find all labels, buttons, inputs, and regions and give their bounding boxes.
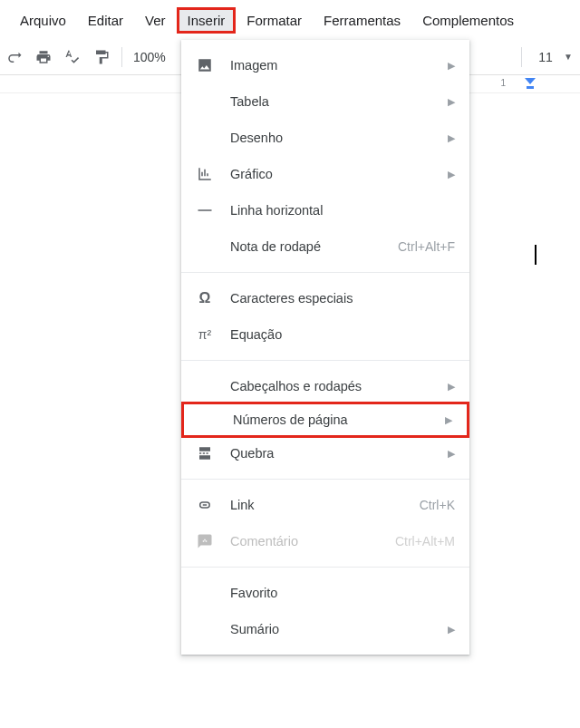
submenu-arrow-icon: ▶ (448, 624, 455, 636)
comment-icon (196, 532, 214, 550)
blank-icon (196, 238, 214, 256)
menu-item-label: Sumário (230, 622, 439, 636)
menu-separator (181, 360, 469, 361)
spellcheck-icon[interactable] (60, 44, 85, 70)
menu-item-label: Números de página (233, 413, 436, 427)
omega-icon: Ω (196, 289, 214, 307)
menu-shortcut: Ctrl+Alt+F (398, 239, 455, 254)
redo-icon[interactable] (2, 44, 27, 70)
menu-separator (181, 567, 469, 568)
blank-icon (196, 92, 214, 111)
page-break-icon (196, 444, 214, 462)
menu-item-label: Desenho (230, 131, 439, 145)
submenu-arrow-icon: ▶ (448, 96, 455, 108)
toolbar-separator (521, 47, 522, 67)
menu-item-label: Cabeçalhos e rodapés (230, 379, 439, 393)
pi-icon: π² (196, 325, 214, 344)
menu-item-imagem[interactable]: Imagem ▶ (181, 47, 469, 83)
font-size-value[interactable]: 11 (527, 50, 564, 64)
menu-item-label: Quebra (230, 446, 439, 461)
blank-icon (196, 377, 214, 395)
dropdown-arrow-icon: ▼ (564, 52, 573, 62)
link-icon (196, 496, 214, 514)
horizontal-rule-icon (196, 201, 214, 219)
menu-shortcut: Ctrl+Alt+M (395, 534, 455, 548)
svg-rect-0 (527, 86, 534, 89)
submenu-arrow-icon: ▶ (445, 414, 452, 426)
menu-item-label: Imagem (230, 58, 439, 73)
submenu-arrow-icon: ▶ (448, 448, 455, 460)
menu-item-label: Linha horizontal (230, 203, 455, 218)
blank-icon (196, 129, 214, 147)
menu-inserir[interactable]: Inserir (177, 7, 237, 34)
zoom-level[interactable]: 100% (128, 50, 171, 64)
menu-separator (181, 479, 469, 480)
menu-item-link[interactable]: Link Ctrl+K (181, 487, 469, 523)
menubar: Arquivo Editar Ver Inserir Formatar Ferr… (0, 0, 580, 39)
menu-item-label: Caracteres especiais (230, 291, 455, 306)
menu-item-label: Nota de rodapé (230, 239, 389, 254)
menu-formatar[interactable]: Formatar (236, 7, 313, 34)
menu-item-tabela[interactable]: Tabela ▶ (181, 83, 469, 120)
submenu-arrow-icon: ▶ (448, 381, 455, 393)
indent-marker-icon[interactable] (524, 77, 536, 90)
menu-shortcut: Ctrl+K (420, 498, 455, 512)
chart-icon (196, 165, 214, 183)
menu-item-quebra[interactable]: Quebra ▶ (181, 435, 469, 471)
menu-arquivo[interactable]: Arquivo (9, 7, 77, 34)
menu-item-favorito[interactable]: Favorito (181, 575, 469, 611)
menu-item-label: Comentário (230, 534, 386, 548)
menu-editar[interactable]: Editar (77, 7, 134, 34)
menu-item-label: Equação (230, 327, 455, 342)
svg-rect-1 (198, 209, 212, 211)
image-icon (196, 56, 214, 74)
menu-item-desenho[interactable]: Desenho ▶ (181, 120, 469, 156)
menu-item-label: Link (230, 498, 411, 512)
menu-item-label: Gráfico (230, 167, 439, 181)
menu-item-cabecalhos-rodapes[interactable]: Cabeçalhos e rodapés ▶ (181, 368, 469, 404)
menu-ferramentas[interactable]: Ferramentas (313, 7, 411, 34)
menu-item-label: Favorito (230, 586, 455, 600)
menu-item-label: Tabela (230, 94, 439, 109)
menu-item-equacao[interactable]: π² Equação (181, 316, 469, 353)
submenu-arrow-icon: ▶ (448, 132, 455, 144)
menu-item-nota-rodape[interactable]: Nota de rodapé Ctrl+Alt+F (181, 228, 469, 265)
submenu-arrow-icon: ▶ (448, 169, 455, 180)
toolbar-separator (121, 47, 122, 67)
text-cursor (535, 245, 536, 265)
blank-icon (196, 620, 214, 638)
blank-icon (196, 584, 214, 602)
menu-item-caracteres-especiais[interactable]: Ω Caracteres especiais (181, 280, 469, 316)
menu-item-numeros-pagina[interactable]: Números de página ▶ (181, 402, 469, 438)
menu-ver[interactable]: Ver (134, 7, 177, 34)
menu-separator (181, 272, 469, 273)
print-icon[interactable] (31, 44, 56, 70)
menu-item-linha-horizontal[interactable]: Linha horizontal (181, 192, 469, 228)
menu-item-comentario: Comentário Ctrl+Alt+M (181, 523, 469, 559)
menu-item-grafico[interactable]: Gráfico ▶ (181, 156, 469, 192)
paint-format-icon[interactable] (89, 44, 114, 70)
inserir-dropdown: Imagem ▶ Tabela ▶ Desenho ▶ Gráfico ▶ Li… (181, 40, 469, 655)
menu-item-sumario[interactable]: Sumário ▶ (181, 611, 469, 647)
font-size-selector[interactable]: 11 ▼ (516, 47, 573, 67)
blank-icon (198, 411, 217, 429)
menu-complementos[interactable]: Complementos (411, 7, 525, 34)
ruler-tick: 1 (500, 78, 506, 88)
submenu-arrow-icon: ▶ (448, 60, 455, 72)
